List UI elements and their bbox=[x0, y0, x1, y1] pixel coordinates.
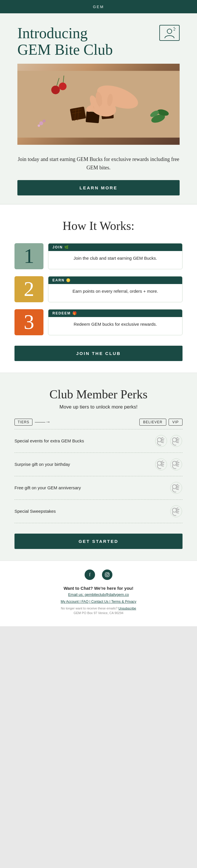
svg-point-68 bbox=[106, 574, 108, 576]
perk-row-2: Surprise gift on your birthday bbox=[15, 453, 182, 476]
ok-icon-vip-4 bbox=[170, 505, 182, 518]
footer-unsubscribe-text: No longer want to receive these emails? … bbox=[11, 607, 186, 610]
instagram-icon[interactable] bbox=[102, 569, 112, 580]
get-started-wrapper: GET STARTED bbox=[15, 534, 182, 549]
svg-line-33 bbox=[161, 437, 163, 439]
svg-line-2 bbox=[174, 29, 175, 29]
step-2-row: 2 EARN 🪙 Earn points on every referral, … bbox=[15, 276, 182, 302]
svg-line-58 bbox=[176, 486, 179, 487]
step-2-number: 2 bbox=[15, 276, 44, 302]
step-3-label: REDEEM 🎁 bbox=[52, 311, 77, 315]
svg-line-48 bbox=[161, 466, 163, 466]
footer-email[interactable]: Email us: gembiteclub@dailygem.co bbox=[11, 592, 186, 597]
svg-point-30 bbox=[38, 124, 40, 127]
step-1-content: JOIN 🌿 Join the club and start earning G… bbox=[48, 243, 182, 269]
svg-line-54 bbox=[176, 466, 178, 466]
footer-chat-text: Want to Chat? We're here for you! bbox=[11, 586, 186, 591]
svg-line-1 bbox=[173, 27, 175, 28]
svg-line-3 bbox=[173, 30, 175, 30]
hero-title: Introducing GEM Bite Club bbox=[18, 25, 179, 58]
svg-point-12 bbox=[51, 86, 60, 94]
step-2-description: Earn points on every referral, orders + … bbox=[48, 284, 182, 299]
ok-icon-believer-1 bbox=[155, 435, 167, 447]
perk-1-icons bbox=[148, 435, 182, 447]
ok-icon-vip-1 bbox=[170, 435, 182, 447]
believer-badge: BELIEVER bbox=[139, 418, 166, 426]
join-btn-wrapper: JOIN THE CLUB bbox=[15, 346, 182, 361]
svg-point-28 bbox=[39, 122, 43, 125]
perk-row-1: Special events for extra GEM Bucks bbox=[15, 429, 182, 453]
svg-line-40 bbox=[176, 439, 179, 440]
how-it-works-title: How It Works: bbox=[15, 219, 182, 233]
svg-point-0 bbox=[167, 29, 172, 34]
perks-title: Club Member Perks bbox=[15, 388, 182, 401]
perk-2-label: Surprise gift on your birthday bbox=[15, 461, 148, 467]
svg-line-57 bbox=[176, 485, 178, 486]
facebook-icon[interactable]: f bbox=[85, 569, 95, 580]
footer-links[interactable]: My Account | FAQ | Contact Us | Terms & … bbox=[11, 599, 186, 604]
step-2-content: EARN 🪙 Earn points on every referral, or… bbox=[48, 276, 182, 302]
perks-section: Club Member Perks Move up tiers to unloc… bbox=[0, 373, 197, 560]
step-1-label-bar: JOIN 🌿 bbox=[48, 244, 182, 251]
step-1-number: 1 bbox=[15, 243, 44, 269]
vip-badge: VIP bbox=[169, 418, 182, 426]
step-2-label: EARN 🪙 bbox=[52, 278, 71, 282]
perk-3-label: Free gift on your GEM anniversary bbox=[15, 485, 148, 491]
learn-more-button[interactable]: LEARN MORE bbox=[18, 180, 179, 195]
profile-icon bbox=[159, 25, 179, 41]
tiers-label: TIERS bbox=[15, 418, 32, 426]
svg-point-23 bbox=[102, 92, 108, 105]
step-3-label-bar: REDEEM 🎁 bbox=[48, 310, 182, 317]
svg-line-36 bbox=[161, 442, 163, 443]
perk-4-icons bbox=[148, 505, 182, 518]
step-3-content: REDEEM 🎁 Redeem GEM bucks for exclusive … bbox=[48, 309, 182, 335]
ok-icon-believer-2 bbox=[155, 458, 167, 471]
perk-4-label: Special Sweepstakes bbox=[15, 508, 148, 514]
tiers-header-row: TIERS ——→ BELIEVER VIP bbox=[15, 418, 182, 429]
perk-3-icons bbox=[148, 482, 182, 494]
svg-line-64 bbox=[176, 509, 179, 510]
svg-line-51 bbox=[176, 461, 178, 462]
svg-point-69 bbox=[108, 573, 109, 574]
join-club-button[interactable]: JOIN THE CLUB bbox=[15, 346, 182, 361]
step-1-label: JOIN 🌿 bbox=[52, 245, 69, 249]
svg-line-60 bbox=[176, 489, 178, 490]
svg-line-46 bbox=[161, 462, 164, 463]
svg-line-63 bbox=[176, 508, 178, 509]
tiers-arrow-icon: ——→ bbox=[35, 419, 50, 425]
svg-point-13 bbox=[59, 83, 66, 90]
ok-icon-vip-2 bbox=[170, 458, 182, 471]
perk-1-label: Special events for extra GEM Bucks bbox=[15, 438, 148, 444]
step-2-label-bar: EARN 🪙 bbox=[48, 277, 182, 284]
svg-line-39 bbox=[176, 437, 178, 439]
intro-section: Join today and start earning GEM Bucks f… bbox=[0, 145, 197, 205]
get-started-button[interactable]: GET STARTED bbox=[15, 534, 182, 549]
hero-image bbox=[18, 64, 179, 145]
step-1-description: Join the club and start earning GEM Buck… bbox=[48, 251, 182, 266]
header-bar: GEM bbox=[0, 0, 197, 13]
step-3-row: 3 REDEEM 🎁 Redeem GEM bucks for exclusiv… bbox=[15, 309, 182, 335]
perk-2-icons bbox=[148, 458, 182, 471]
svg-line-66 bbox=[176, 513, 178, 513]
step-3-description: Redeem GEM bucks for exclusive rewards. bbox=[48, 317, 182, 332]
step-1-row: 1 JOIN 🌿 Join the club and start earning… bbox=[15, 243, 182, 269]
unsubscribe-link[interactable]: Unsubscribe bbox=[118, 607, 136, 610]
footer-address: GEM PO Box 97 Venice, CA 90294 bbox=[11, 611, 186, 615]
hero-section: Introducing GEM Bite Club bbox=[0, 13, 197, 145]
svg-line-52 bbox=[176, 462, 179, 463]
how-it-works-section: How It Works: 1 JOIN 🌿 Join the club and… bbox=[0, 205, 197, 373]
step-3-number: 3 bbox=[15, 309, 44, 335]
svg-point-29 bbox=[43, 120, 46, 122]
brand-name: GEM bbox=[93, 5, 104, 9]
perk-row-3: Free gift on your GEM anniversary bbox=[15, 476, 182, 500]
svg-line-45 bbox=[161, 461, 163, 462]
perk-row-4: Special Sweepstakes bbox=[15, 500, 182, 523]
social-icons-row: f bbox=[11, 569, 186, 580]
svg-line-42 bbox=[176, 442, 178, 443]
footer: f Want to Chat? We're here for you! Emai… bbox=[0, 560, 197, 626]
perks-subtitle: Move up tiers to unlock more perks! bbox=[15, 404, 182, 410]
intro-text: Join today and start earning GEM Bucks f… bbox=[18, 155, 179, 172]
ok-icon-vip-3 bbox=[170, 482, 182, 494]
svg-line-34 bbox=[161, 439, 164, 440]
